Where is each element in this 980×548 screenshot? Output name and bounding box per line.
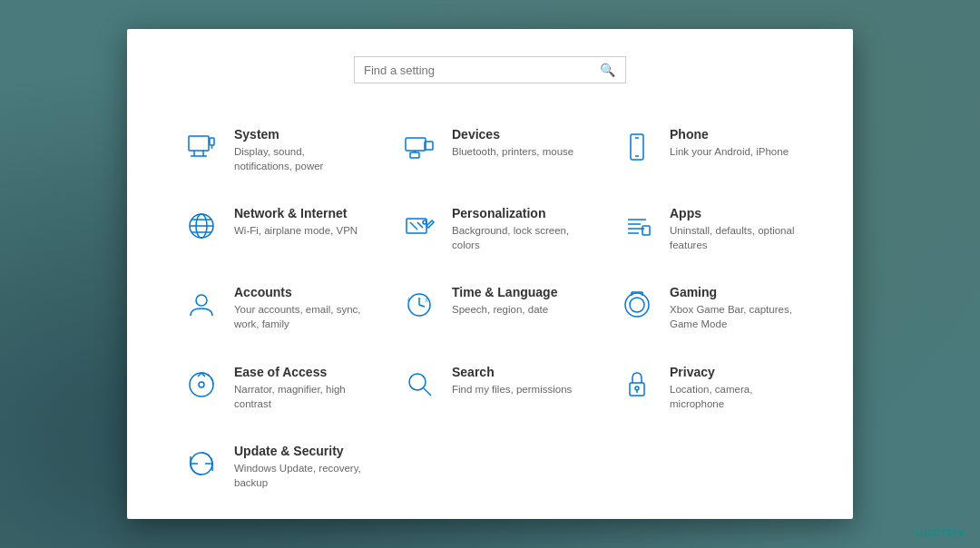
setting-text-network: Network & Internet Wi-Fi, airplane mode,… (234, 206, 358, 238)
setting-item-network[interactable]: Network & Internet Wi-Fi, airplane mode,… (163, 190, 381, 269)
accounts-icon (181, 285, 221, 325)
setting-title-privacy: Privacy (670, 365, 799, 379)
svg-point-21 (423, 220, 426, 224)
setting-title-personalization: Personalization (452, 206, 581, 220)
setting-item-update[interactable]: Update & Security Windows Update, recove… (163, 427, 381, 506)
setting-item-system[interactable]: System Display, sound, notifications, po… (163, 111, 381, 190)
privacy-icon (617, 365, 657, 405)
personalization-icon (399, 206, 439, 246)
setting-title-phone: Phone (670, 127, 789, 142)
setting-text-accounts: Accounts Your accounts, email, sync, wor… (234, 285, 363, 331)
setting-title-ease: Ease of Access (234, 365, 363, 379)
setting-desc-personalization: Background, lock screen, colors (452, 223, 581, 252)
setting-title-devices: Devices (452, 127, 573, 142)
svg-rect-26 (642, 226, 650, 235)
setting-item-gaming[interactable]: Gaming Xbox Game Bar, captures, Game Mod… (599, 269, 817, 347)
svg-text:文: 文 (425, 297, 429, 302)
setting-desc-accounts: Your accounts, email, sync, work, family (234, 302, 363, 331)
setting-text-devices: Devices Bluetooth, printers, mouse (452, 127, 573, 159)
setting-desc-search: Find my files, permissions (452, 382, 572, 396)
svg-point-38 (190, 373, 213, 396)
time-icon: A文 (399, 285, 439, 325)
setting-title-search: Search (452, 365, 572, 379)
setting-item-time[interactable]: A文 Time & Language Speech, region, date (381, 269, 599, 347)
setting-item-personalization[interactable]: Personalization Background, lock screen,… (381, 190, 599, 269)
setting-text-search: Search Find my files, permissions (452, 365, 572, 396)
gaming-icon (617, 285, 657, 325)
setting-desc-time: Speech, region, date (452, 302, 557, 317)
setting-title-accounts: Accounts (234, 285, 363, 299)
svg-point-27 (196, 295, 207, 306)
setting-item-ease[interactable]: Ease of Access Narrator, magnifier, high… (163, 348, 381, 427)
setting-text-personalization: Personalization Background, lock screen,… (452, 206, 581, 252)
setting-item-devices[interactable]: Devices Bluetooth, printers, mouse (381, 111, 599, 190)
setting-text-phone: Phone Link your Android, iPhone (670, 127, 789, 159)
setting-desc-ease: Narrator, magnifier, high contrast (234, 382, 363, 411)
svg-line-30 (419, 305, 425, 307)
setting-text-privacy: Privacy Location, camera, microphone (670, 365, 799, 411)
setting-title-gaming: Gaming (670, 285, 799, 299)
system-icon (181, 127, 221, 167)
setting-text-time: Time & Language Speech, region, date (452, 285, 557, 317)
svg-line-20 (417, 222, 423, 228)
setting-desc-privacy: Location, camera, microphone (670, 382, 799, 411)
setting-item-search[interactable]: Search Find my files, permissions (381, 348, 599, 427)
settings-grid: System Display, sound, notifications, po… (163, 111, 817, 506)
devices-icon (399, 127, 439, 167)
svg-rect-8 (410, 152, 419, 158)
setting-text-system: System Display, sound, notifications, po… (234, 127, 363, 173)
setting-title-time: Time & Language (452, 285, 557, 299)
svg-rect-0 (189, 136, 209, 151)
phone-icon (617, 127, 657, 167)
search-button[interactable]: 🔍 (600, 63, 615, 77)
svg-point-42 (409, 374, 426, 390)
setting-title-network: Network & Internet (234, 206, 358, 220)
setting-title-system: System (234, 127, 363, 142)
setting-item-privacy[interactable]: Privacy Location, camera, microphone (599, 348, 817, 427)
setting-desc-phone: Link your Android, iPhone (670, 144, 789, 159)
setting-text-update: Update & Security Windows Update, recove… (234, 444, 363, 490)
settings-window: 🔍 System Display, sound, notifications, … (127, 29, 853, 519)
setting-item-accounts[interactable]: Accounts Your accounts, email, sync, wor… (163, 269, 381, 347)
setting-desc-gaming: Xbox Game Bar, captures, Game Mode (670, 302, 799, 331)
svg-rect-6 (406, 138, 426, 151)
search-bar: 🔍 (354, 56, 626, 83)
svg-point-34 (630, 298, 644, 312)
setting-text-apps: Apps Uninstall, defaults, optional featu… (670, 206, 799, 252)
update-icon (181, 444, 221, 484)
setting-desc-apps: Uninstall, defaults, optional features (670, 223, 799, 252)
setting-title-update: Update & Security (234, 444, 363, 458)
ease-icon (181, 365, 221, 405)
svg-rect-4 (210, 138, 214, 145)
svg-point-41 (199, 382, 204, 387)
setting-item-phone[interactable]: Phone Link your Android, iPhone (599, 111, 817, 190)
svg-line-19 (410, 222, 417, 230)
setting-desc-system: Display, sound, notifications, power (234, 144, 363, 173)
svg-point-33 (625, 293, 649, 317)
svg-point-45 (635, 387, 639, 390)
svg-line-43 (424, 388, 431, 396)
search-icon (399, 365, 439, 405)
svg-rect-44 (630, 383, 644, 396)
setting-title-apps: Apps (670, 206, 799, 220)
network-icon (181, 206, 221, 246)
apps-icon (617, 206, 657, 246)
setting-desc-network: Wi-Fi, airplane mode, VPN (234, 223, 358, 238)
setting-text-gaming: Gaming Xbox Game Bar, captures, Game Mod… (670, 285, 799, 331)
watermark-text: UGETFIX (916, 528, 965, 539)
setting-desc-devices: Bluetooth, printers, mouse (452, 144, 573, 159)
setting-text-ease: Ease of Access Narrator, magnifier, high… (234, 365, 363, 411)
search-input[interactable] (364, 64, 600, 77)
setting-desc-update: Windows Update, recovery, backup (234, 461, 363, 490)
setting-item-apps[interactable]: Apps Uninstall, defaults, optional featu… (599, 190, 817, 269)
